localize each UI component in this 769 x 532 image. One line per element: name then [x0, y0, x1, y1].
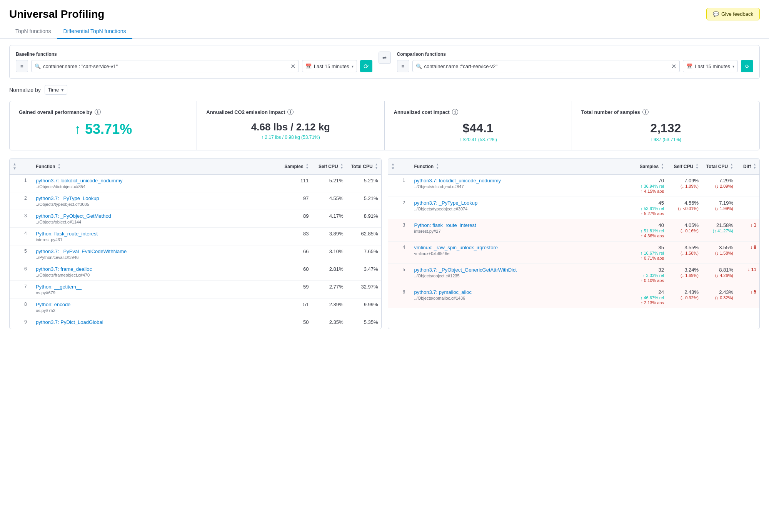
metrics-row: Gained overall performance by ℹ ↑ 53.71%…: [9, 101, 760, 150]
filter-section: Baseline functions ≡ 🔍 ✕ 📅 Last 15 minut…: [9, 45, 760, 79]
normalize-select[interactable]: Time ▾: [45, 85, 67, 95]
th-selfcpu-left[interactable]: Self CPU ▲▼: [312, 158, 347, 174]
info-icon[interactable]: ℹ: [95, 109, 101, 115]
metric-samples-sub: ↑ 987 (53.71%): [581, 137, 750, 142]
function-link[interactable]: python3.7: PyDict_LoadGlobal: [36, 319, 103, 325]
th-selfcpu-right[interactable]: Self CPU ▲▼: [667, 158, 702, 174]
info-icon[interactable]: ℹ: [452, 109, 458, 115]
th-function-left[interactable]: Function ▲▼: [33, 158, 277, 174]
comparison-refresh-button[interactable]: ⟳: [741, 60, 753, 72]
th-totalcpu-right[interactable]: Total CPU ▲▼: [702, 158, 736, 174]
td-totalcpu: 5.21%: [347, 192, 381, 210]
td-rank: 9: [21, 316, 33, 329]
metric-cost: Annualized cost impact ℹ $44.1 ↑ $20.41 …: [385, 101, 572, 150]
function-path: vmlinux+0xb6546e: [414, 251, 498, 256]
td-function: python3.7: pymalloc_alloc ../Objects/obm…: [411, 286, 633, 308]
baseline-search-input[interactable]: [43, 63, 288, 69]
comparison-inputs: ≡ 🔍 ✕ 📅 Last 15 minutes ▾ ⟳: [397, 60, 754, 72]
refresh-icon: ⟳: [364, 63, 369, 70]
td-sort: [10, 299, 21, 316]
filter-icon: ≡: [20, 63, 23, 69]
td-rank: 2: [400, 197, 411, 219]
table-row: 4 Python: flask_route_interest interest.…: [10, 228, 381, 245]
calendar-icon: 📅: [305, 63, 312, 69]
function-link[interactable]: Python: __getitem__: [36, 284, 82, 290]
info-icon[interactable]: ℹ: [287, 109, 294, 115]
baseline-refresh-button[interactable]: ⟳: [360, 60, 372, 72]
table-row: 8 Python: encode os.py#752 51 2.39% 9.99…: [10, 299, 381, 316]
function-link[interactable]: python3.7: pymalloc_alloc: [414, 289, 472, 295]
baseline-clear-button[interactable]: ✕: [290, 63, 295, 70]
td-rank: 6: [21, 263, 33, 280]
function-link[interactable]: Python: encode: [36, 302, 70, 307]
metric-cost-value: $44.1: [394, 121, 562, 135]
baseline-filter-icon-button[interactable]: ≡: [16, 60, 28, 72]
function-path: ../Objects/dictobject.c#847: [414, 184, 501, 189]
th-totalcpu-left[interactable]: Total CPU ▲▼: [347, 158, 381, 174]
td-samples: 32 ↑ 3.03% rel ↑ 0.10% abs: [632, 264, 667, 286]
th-diff-right[interactable]: Diff ▲▼: [736, 158, 759, 174]
td-samples: 59: [277, 281, 312, 298]
diff-badge: ↓ 1: [750, 222, 756, 228]
function-link[interactable]: python3.7: _PyEval_EvalCodeWithName: [36, 248, 127, 254]
th-rank-right: [400, 158, 411, 174]
td-function: Python: flask_route_interest interest.py…: [411, 219, 633, 241]
metric-co2: Annualized CO2 emission impact ℹ 4.68 lb…: [197, 101, 384, 150]
search-icon: 🔍: [35, 63, 41, 69]
td-diff: ↓ 1: [736, 219, 759, 241]
function-path: ../Objects/object.c#1144: [36, 220, 111, 224]
swap-button[interactable]: ⇌: [379, 52, 391, 64]
function-link[interactable]: python3.7: lookdict_unicode_nodummy: [36, 178, 122, 183]
comparison-date-picker[interactable]: 📅 Last 15 minutes ▾: [683, 60, 738, 72]
td-samples: 60: [277, 263, 312, 280]
tab-topn[interactable]: TopN functions: [9, 24, 57, 39]
td-function: python3.7: PyDict_LoadGlobal: [33, 316, 277, 329]
td-samples: 111: [277, 175, 312, 192]
table-row: 5 python3.7: _PyEval_EvalCodeWithName ..…: [10, 245, 381, 263]
function-path: os.py#752: [36, 308, 70, 313]
table-row: 5 python3.7: _PyObject_GenericGetAttrWit…: [388, 264, 760, 286]
tab-differential[interactable]: Differential TopN functions: [57, 24, 132, 39]
function-link[interactable]: python3.7: lookdict_unicode_nodummy: [414, 178, 501, 183]
function-link[interactable]: python3.7: _PyType_Lookup: [414, 200, 478, 206]
th-sort-right[interactable]: ▲ ▼: [388, 158, 400, 174]
comparison-label: Comparison functions: [397, 52, 754, 57]
search-icon: 🔍: [416, 63, 422, 69]
td-sort: [10, 192, 21, 210]
comparison-filter-icon-button[interactable]: ≡: [397, 60, 409, 72]
comparison-clear-button[interactable]: ✕: [671, 63, 676, 70]
function-link[interactable]: python3.7: _PyObject_GetMethod: [36, 213, 111, 219]
calendar-icon: 📅: [686, 63, 692, 69]
comparison-search-input[interactable]: [424, 63, 669, 69]
td-sort: [10, 175, 21, 192]
function-path: ../Objects/typeobject.c#3074: [414, 207, 478, 211]
function-link[interactable]: python3.7: _PyType_Lookup: [36, 195, 99, 201]
td-selfcpu: 4.55%: [312, 192, 347, 210]
th-samples-right[interactable]: Samples ▲▼: [632, 158, 667, 174]
metric-performance-title: Gained overall performance by ℹ: [19, 109, 187, 115]
baseline-date-picker[interactable]: 📅 Last 15 minutes ▾: [302, 60, 357, 72]
function-link[interactable]: python3.7: frame_dealloc: [36, 266, 92, 272]
info-icon[interactable]: ℹ: [642, 109, 649, 115]
td-totalcpu: 3.55% (↓ 1.58%): [702, 242, 736, 263]
td-totalcpu: 9.99%: [347, 299, 381, 316]
left-table-header: ▲ ▼ Function ▲▼ Samples ▲▼ Self CPU ▲▼: [10, 158, 381, 175]
diff-badge: ↓ 8: [750, 245, 756, 250]
function-link[interactable]: Python: flask_route_interest: [36, 231, 98, 237]
function-link[interactable]: vmlinux: _raw_spin_unlock_irqrestore: [414, 245, 498, 250]
metric-samples-value: 2,132: [581, 121, 750, 135]
refresh-icon: ⟳: [745, 63, 749, 69]
td-function: python3.7: lookdict_unicode_nodummy ../O…: [411, 175, 633, 197]
th-function-right[interactable]: Function ▲▼: [411, 158, 633, 174]
metric-performance: Gained overall performance by ℹ ↑ 53.71%: [10, 101, 197, 150]
comparison-search-box: 🔍 ✕: [412, 60, 680, 72]
td-rank: 6: [400, 286, 411, 308]
td-sort: [10, 228, 21, 245]
feedback-button[interactable]: 💬 Give feedback: [706, 8, 760, 20]
table-row: 9 python3.7: PyDict_LoadGlobal 50 2.35% …: [10, 316, 381, 329]
th-samples-left[interactable]: Samples ▲▼: [277, 158, 312, 174]
td-samples: 40 ↑ 51.81% rel ↑ 4.36% abs: [632, 219, 667, 241]
function-link[interactable]: python3.7: _PyObject_GenericGetAttrWithD…: [414, 267, 517, 273]
th-sort-left[interactable]: ▲ ▼: [10, 158, 21, 174]
function-link[interactable]: Python: flask_route_interest: [414, 222, 476, 228]
